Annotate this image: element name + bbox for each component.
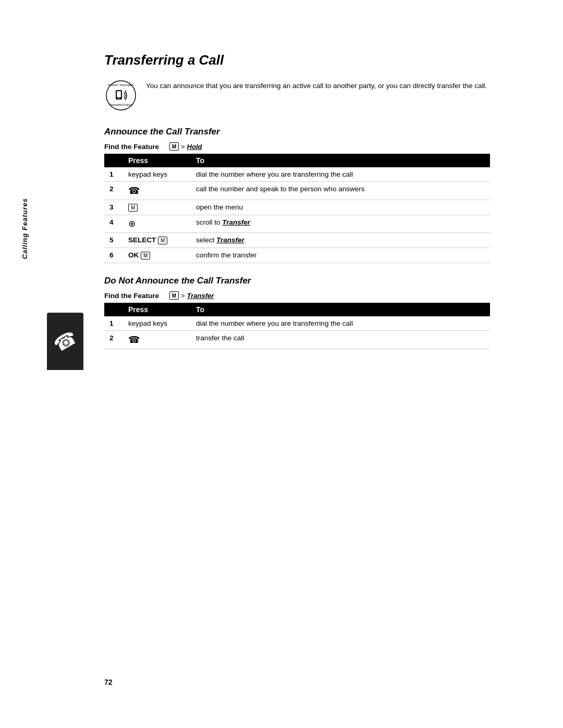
press-cell: M bbox=[123, 200, 191, 215]
press-cell: keypad keys bbox=[123, 167, 191, 182]
svg-text:Network / Subscription: Network / Subscription bbox=[108, 83, 134, 87]
press-cell: SELECT M bbox=[123, 233, 191, 248]
svg-point-5 bbox=[118, 98, 119, 99]
feature-name-1: Hold bbox=[187, 143, 202, 151]
feature-name-2: Transfer bbox=[187, 292, 214, 300]
table-row: 2 ☎ transfer the call bbox=[104, 331, 490, 349]
intro-paragraph: You can announce that you are transferri… bbox=[146, 79, 487, 91]
to-cell: dial the number where you are transferri… bbox=[191, 316, 490, 331]
to-cell: confirm the transfer bbox=[191, 248, 490, 263]
send-icon-2: ☎ bbox=[128, 335, 140, 345]
step-num: 4 bbox=[104, 215, 123, 233]
select-label: SELECT bbox=[128, 236, 156, 244]
table-row: 1 keypad keys dial the number where you … bbox=[104, 316, 490, 331]
find-feature-row-1: Find the Feature M > Hold bbox=[104, 142, 490, 151]
press-cell: OK M bbox=[123, 248, 191, 263]
page-title: Transferring a Call bbox=[104, 52, 490, 68]
send-icon: ☎ bbox=[128, 186, 140, 196]
to-cell: scroll to Transfer bbox=[191, 215, 490, 233]
feature-path-2: M > Transfer bbox=[169, 291, 214, 300]
section2-title: Do Not Announce the Call Transfer bbox=[104, 276, 490, 286]
press-cell: ☎ bbox=[123, 331, 191, 349]
transfer-label2: Transfer bbox=[216, 236, 244, 244]
svg-rect-4 bbox=[117, 91, 121, 97]
step-num: 6 bbox=[104, 248, 123, 263]
phone-icon: ☎ bbox=[50, 326, 81, 357]
to-cell: call the number and speak to the person … bbox=[191, 182, 490, 200]
to-cell: transfer the call bbox=[191, 331, 490, 349]
table-row: 4 ⊕ scroll to Transfer bbox=[104, 215, 490, 233]
table-row: 2 ☎ call the number and speak to the per… bbox=[104, 182, 490, 200]
find-feature-label-1: Find the Feature bbox=[104, 143, 159, 151]
to-cell: select Transfer bbox=[191, 233, 490, 248]
page-number: 72 bbox=[104, 678, 113, 686]
table-row: 3 M open the menu bbox=[104, 200, 490, 215]
side-block: ☎ bbox=[47, 313, 83, 370]
th-num-2 bbox=[104, 303, 123, 316]
th-press-2: Press bbox=[123, 303, 191, 316]
step-num: 2 bbox=[104, 182, 123, 200]
table-row: 6 OK M confirm the transfer bbox=[104, 248, 490, 263]
step-num: 5 bbox=[104, 233, 123, 248]
table-header-row-2: Press To bbox=[104, 303, 490, 316]
press-cell: keypad keys bbox=[123, 316, 191, 331]
transfer-label: Transfer bbox=[222, 218, 250, 226]
step-num: 1 bbox=[104, 316, 123, 331]
section1-table: Press To 1 keypad keys dial the number w… bbox=[104, 154, 490, 263]
th-press-1: Press bbox=[123, 154, 191, 167]
to-cell: dial the number where you are transferri… bbox=[191, 167, 490, 182]
th-to-1: To bbox=[191, 154, 490, 167]
feature-path-1: M > Hold bbox=[169, 142, 202, 151]
find-feature-row-2: Find the Feature M > Transfer bbox=[104, 291, 490, 300]
select-icon-box: M bbox=[158, 237, 167, 244]
menu-icon-box: M bbox=[128, 204, 138, 212]
menu-icon-2: M bbox=[169, 291, 179, 300]
th-num-1 bbox=[104, 154, 123, 167]
svg-text:Dependent Feature: Dependent Feature bbox=[109, 103, 132, 106]
step-num: 3 bbox=[104, 200, 123, 215]
section2-table: Press To 1 keypad keys dial the number w… bbox=[104, 303, 490, 349]
ok-icon-box: M bbox=[141, 252, 150, 260]
press-cell: ⊕ bbox=[123, 215, 191, 233]
table-header-row-1: Press To bbox=[104, 154, 490, 167]
scroll-icon: ⊕ bbox=[128, 219, 136, 229]
to-cell: open the menu bbox=[191, 200, 490, 215]
intro-section: Network / Subscription Dependent Feature… bbox=[104, 79, 490, 112]
find-feature-label-2: Find the Feature bbox=[104, 292, 159, 300]
sidebar-label: Calling Features bbox=[21, 198, 29, 259]
network-badge: Network / Subscription Dependent Feature bbox=[104, 79, 138, 112]
press-cell: ☎ bbox=[123, 182, 191, 200]
menu-icon-1: M bbox=[169, 142, 179, 151]
step-num: 1 bbox=[104, 167, 123, 182]
th-to-2: To bbox=[191, 303, 490, 316]
table-row: 1 keypad keys dial the number where you … bbox=[104, 167, 490, 182]
ok-label: OK bbox=[128, 251, 139, 259]
section1-title: Announce the Call Transfer bbox=[104, 127, 490, 137]
step-num: 2 bbox=[104, 331, 123, 349]
table-row: 5 SELECT M select Transfer bbox=[104, 233, 490, 248]
